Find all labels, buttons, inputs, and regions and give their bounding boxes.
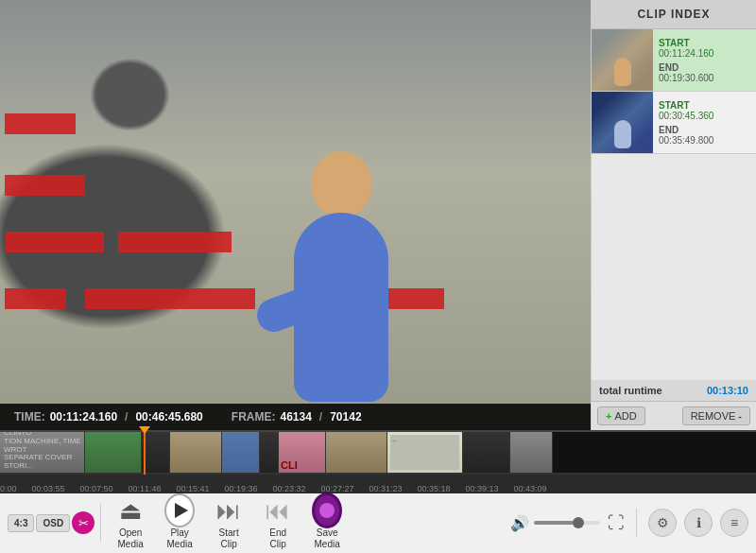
open-media-button[interactable]: ⏏ OpenMedia (107, 493, 154, 553)
video-background (0, 0, 591, 430)
timeline-segment-2 (85, 432, 142, 473)
timeline-segment-6 (260, 432, 279, 473)
clip-2-start-label: START (659, 100, 750, 111)
cut-button[interactable]: ✂ (72, 511, 94, 534)
controls-bar: 4:3 OSD ✂ ⏏ OpenMedia PlayMedia ⏭ StartC… (0, 492, 756, 553)
current-frame: 46134 (280, 410, 311, 423)
plus-icon: + (606, 410, 611, 422)
ruler-mark-11: 00:43:09 (513, 484, 546, 493)
timeline-ruler: 00:00:00 00:03:55 00:07:50 00:11:46 00:1… (0, 475, 756, 493)
ruler-mark-10: 00:39:13 (465, 484, 498, 493)
open-media-label: OpenMedia (118, 527, 144, 550)
timeline-segment-1: NE UP AGAINST THE CLINTOTION MACHINE, TI… (0, 432, 85, 473)
ruler-mark-9: 00:35:18 (417, 484, 450, 493)
clip-2-end-time: 00:35:49.800 (659, 135, 750, 146)
add-label: ADD (614, 410, 636, 422)
start-clip-button[interactable]: ⏭ StartClip (205, 493, 252, 553)
person-head (311, 151, 372, 217)
timeline-segment-7: CLI (279, 432, 326, 473)
ruler-mark-3: 00:11:46 (128, 484, 161, 493)
osd-button[interactable]: OSD (36, 514, 70, 532)
eject-icon: ⏏ (119, 496, 143, 526)
clip-thumb-image-1 (592, 29, 653, 91)
volume-knob[interactable] (573, 517, 584, 528)
ruler-mark-2: 00:07:50 (79, 484, 112, 493)
remove-clip-button[interactable]: REMOVE - (682, 406, 750, 425)
clip-index-spacer (592, 154, 756, 380)
add-clip-button[interactable]: + ADD (597, 406, 645, 425)
save-media-button[interactable]: SaveMedia (303, 493, 351, 553)
clip-1-start-label: START (659, 38, 750, 48)
overlay-rect-5 (118, 232, 232, 252)
volume-row: 🔊 (510, 514, 600, 532)
timeline-segment-10 (463, 432, 510, 473)
play-media-label: PlayMedia (167, 527, 193, 550)
start-clip-icon: ⏭ (216, 496, 241, 526)
end-clip-button[interactable]: ⏮ EndClip (254, 493, 301, 553)
volume-slider[interactable] (534, 521, 600, 525)
clip-info-1: START 00:11:24.160 END 00:19:30.600 (653, 29, 756, 91)
minus-icon: - (738, 410, 742, 422)
runtime-row: total runtime 00:13:10 (592, 380, 756, 402)
settings-button[interactable]: ⚙ (648, 509, 677, 537)
person-body (294, 213, 388, 402)
remove-label: REMOVE (691, 410, 736, 422)
play-media-button[interactable]: PlayMedia (156, 493, 203, 553)
timeline-strip[interactable]: NE UP AGAINST THE CLINTOTION MACHINE, TI… (0, 432, 756, 475)
video-preview: TIME: 00:11:24.160 / 00:46:45.680 FRAME:… (0, 0, 591, 430)
ruler-mark-5: 00:19:36 (224, 484, 257, 493)
timeline-segment-11 (510, 432, 553, 473)
frame-label: FRAME: (232, 410, 276, 423)
overlay-rect-6 (85, 288, 255, 309)
play-circle (164, 493, 195, 527)
ruler-mark-8: 00:31:23 (369, 484, 402, 493)
clip-thumb-image-2 (592, 92, 653, 153)
ruler-mark-7: 00:27:27 (320, 484, 353, 493)
ruler-mark-1: 00:03:55 (31, 484, 64, 493)
ruler-mark-4: 00:15:41 (176, 484, 209, 493)
list-button[interactable]: ≡ (720, 509, 748, 537)
start-clip-label: StartClip (219, 527, 239, 550)
overlay-rect-2 (5, 175, 85, 196)
divider-1 (100, 504, 101, 542)
timeline-area: NE UP AGAINST THE CLINTOTION MACHINE, TI… (0, 430, 756, 492)
save-media-label: SaveMedia (315, 527, 340, 550)
clip-thumb-2 (592, 92, 653, 153)
runtime-label: total runtime (599, 385, 662, 396)
info-button[interactable]: ℹ (684, 509, 713, 537)
playhead-triangle (139, 432, 150, 434)
overlay-rect-3 (5, 232, 104, 252)
person-figure (266, 137, 417, 402)
fullscreen-icon[interactable]: ⛶ (608, 513, 625, 533)
record-icon (312, 493, 342, 528)
format-button[interactable]: 4:3 (8, 514, 34, 532)
clip-2-end-label: END (659, 125, 750, 135)
timeline-segment-4 (170, 432, 222, 473)
time-label: TIME: (14, 410, 45, 423)
total-time: 00:46:45.680 (135, 410, 202, 423)
overlay-rect-1 (5, 113, 76, 134)
timeline-segment-3 (142, 432, 170, 473)
playhead (144, 432, 146, 475)
current-time: 00:11:24.160 (50, 410, 117, 423)
record-inner (319, 503, 335, 518)
end-clip-label: EndClip (269, 527, 286, 550)
end-clip-icon: ⏮ (266, 496, 290, 526)
clip-item-2[interactable]: START 00:30:45.360 END 00:35:49.800 (592, 92, 756, 154)
runtime-value: 00:13:10 (707, 385, 748, 396)
settings-icon: ⚙ (657, 515, 669, 530)
clip-index-panel: CLIP INDEX START 00:11:24.160 END 00:19:… (591, 0, 756, 430)
clip-item-1[interactable]: START 00:11:24.160 END 00:19:30.600 (592, 29, 756, 92)
total-frame: 70142 (330, 410, 361, 423)
overlay-rect-4 (5, 288, 66, 309)
clip-1-end-time: 00:19:30.600 (659, 73, 750, 83)
timeline-segment-5 (222, 432, 260, 473)
info-icon: ℹ (696, 515, 701, 530)
divider-2 (636, 509, 637, 537)
ruler-mark-0: 00:00:00 (0, 484, 17, 493)
clip-1-start-time: 00:11:24.160 (659, 48, 750, 59)
clip-controls: + ADD REMOVE - (592, 402, 756, 430)
ruler-mark-6: 00:23:32 (272, 484, 305, 493)
clip-1-end-label: END (659, 62, 750, 73)
right-controls: 🔊 ⛶ ⚙ ℹ ≡ (510, 509, 748, 537)
